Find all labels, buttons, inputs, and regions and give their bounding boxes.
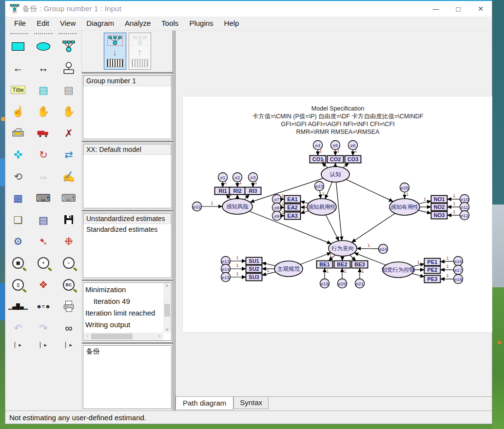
estimates-item[interactable]: Unstandardized estimates: [83, 213, 171, 224]
path-risk-RI3[interactable]: [244, 195, 249, 200]
view-input-path-diagram-button[interactable]: ↓: [104, 33, 126, 70]
view-output-path-diagram-button[interactable]: ↑: [129, 33, 151, 70]
scroll-page-button[interactable]: ⇔: [31, 166, 56, 187]
scroll-thumb[interactable]: [164, 304, 170, 317]
menu-edit[interactable]: Edit: [31, 17, 55, 30]
close-button[interactable]: ✕: [469, 1, 492, 16]
redo-button[interactable]: ↷: [31, 317, 56, 339]
scroll-right-arrow[interactable]: ›: [156, 334, 163, 338]
file-item[interactable]: 备份: [83, 346, 171, 357]
path-cog-CO1[interactable]: [322, 163, 328, 168]
tab-syntax[interactable]: Syntax: [233, 397, 269, 409]
object-properties-button[interactable]: ⚙: [5, 231, 31, 253]
log-vertical-scrollbar[interactable]: ˄ ˅: [163, 283, 171, 333]
path-intent-BE3[interactable]: [350, 255, 356, 261]
view-text-output-button[interactable]: ▤: [31, 209, 56, 231]
reflect-indicators-button[interactable]: ⇄: [56, 144, 81, 166]
scroll-down-arrow[interactable]: ˅: [163, 327, 171, 332]
specification-search-button[interactable]: ∞: [56, 317, 81, 339]
menu-file[interactable]: File: [9, 17, 31, 30]
save-diagram-button[interactable]: [56, 209, 81, 231]
draw-indicator-variable-button[interactable]: [56, 36, 81, 57]
path-norm-SU1[interactable]: [262, 263, 276, 266]
touch-up-button[interactable]: ✍: [56, 166, 81, 187]
observed-label-BE1: BE1: [319, 261, 330, 267]
path-ease-EA1[interactable]: [301, 201, 309, 203]
draw-unique-variable-button[interactable]: [56, 57, 81, 79]
scroll-left-arrow[interactable]: ‹: [84, 334, 91, 338]
erase-objects-button[interactable]: ✗: [56, 122, 81, 144]
minimize-button[interactable]: —: [425, 1, 447, 16]
path-weight-label: 1: [267, 268, 270, 273]
menu-tools[interactable]: Tools: [156, 17, 184, 30]
drag-properties-button[interactable]: ➷: [31, 231, 56, 253]
preserve-symmetries-icon: ❉: [64, 236, 73, 246]
draw-path-button[interactable]: ←: [5, 57, 31, 79]
menu-diagram[interactable]: Diagram: [81, 17, 119, 30]
move-parameter-values-button[interactable]: ✜: [5, 144, 31, 166]
panel-section-splitter[interactable]: [82, 140, 173, 143]
maximize-button[interactable]: □: [447, 1, 469, 16]
undo-button[interactable]: ↶: [5, 317, 31, 339]
draw-unobserved-variable-button[interactable]: [31, 36, 56, 57]
path-useful-intent[interactable]: [351, 213, 395, 242]
group-item[interactable]: Group number 1: [83, 75, 171, 86]
path-cog-CO3[interactable]: [343, 163, 349, 168]
path-cog-intent[interactable]: [336, 182, 342, 241]
bayesian-estimation-button[interactable]: ▁▄█▄▁: [5, 296, 31, 317]
move-objects-button[interactable]: [31, 122, 56, 144]
path-e16-PE1[interactable]: [441, 261, 454, 261]
zoom-in-button[interactable]: +: [31, 252, 56, 274]
calculate-estimates-button[interactable]: ⌨: [56, 187, 81, 209]
menu-view[interactable]: View: [55, 17, 81, 30]
model-item[interactable]: XX: Default model: [83, 144, 171, 155]
path-weight-label: 1: [354, 149, 357, 153]
zoom-whole-page-button[interactable]: ▯: [5, 274, 31, 296]
scroll-thumb[interactable]: [91, 334, 133, 339]
adjust-arrow-curvature-button[interactable]: ⟲: [5, 166, 31, 187]
duplicate-objects-button[interactable]: [5, 122, 31, 144]
path-cog-useful[interactable]: [346, 179, 393, 202]
menu-plugins[interactable]: Plugins: [184, 17, 218, 30]
preserve-symmetries-button[interactable]: ❉: [56, 231, 81, 253]
path-e24-intent[interactable]: [357, 248, 379, 249]
deselect-all-objects-icon: ✋: [62, 106, 75, 116]
path-control-PE1[interactable]: [412, 264, 424, 267]
draw-covariance-button[interactable]: ↔: [31, 57, 56, 79]
toolbox-expander[interactable]: ▏▸: [31, 342, 56, 348]
copy-to-clipboard-button[interactable]: ❏: [5, 209, 31, 231]
data-files-button[interactable]: ▦: [5, 187, 31, 209]
toolbox-expander[interactable]: ▏▸: [5, 342, 31, 348]
list-variables-in-model-button[interactable]: ▤: [31, 79, 56, 101]
analysis-properties-button[interactable]: ⌨: [31, 187, 56, 209]
draw-observed-variable-button[interactable]: [5, 36, 31, 57]
zoom-select-button[interactable]: ▦: [5, 252, 31, 274]
loupe-examine-button[interactable]: BC: [56, 274, 81, 296]
menu-help[interactable]: Help: [219, 17, 245, 30]
estimates-item[interactable]: Standardized estimates: [83, 224, 171, 235]
figure-caption-button[interactable]: Title: [5, 79, 31, 101]
select-all-objects-button[interactable]: ✋: [31, 101, 56, 123]
zoom-out-button[interactable]: −: [56, 252, 81, 274]
path-cog-ease[interactable]: [325, 182, 332, 199]
multiple-group-analysis-button[interactable]: ☻=☻: [31, 296, 56, 317]
scroll-up-arrow[interactable]: ˄: [163, 283, 171, 288]
rotate-indicators-button[interactable]: ↻: [31, 144, 56, 166]
panel-section-splitter[interactable]: [82, 342, 173, 344]
path-ease-intent[interactable]: [326, 215, 339, 241]
path-control-PE3[interactable]: [412, 274, 424, 277]
deselect-all-objects-button[interactable]: ✋: [56, 101, 81, 123]
menu-analyze[interactable]: Analyze: [119, 17, 156, 30]
panel-section-splitter[interactable]: [82, 279, 173, 281]
path-e23-ease[interactable]: [320, 190, 321, 199]
panel-section-splitter[interactable]: [82, 72, 173, 74]
tab-path-diagram[interactable]: Path diagram: [175, 397, 233, 410]
path-useful-NO3[interactable]: [418, 210, 431, 213]
log-horizontal-scrollbar[interactable]: ‹ ›: [83, 333, 163, 340]
print-button[interactable]: [56, 296, 81, 317]
toolbox-expander[interactable]: ▏▸: [56, 342, 81, 348]
list-variables-in-dataset-button[interactable]: ▤: [56, 79, 81, 101]
resize-to-fit-page-button[interactable]: ❖: [31, 274, 56, 296]
select-one-object-button[interactable]: ☝: [5, 101, 31, 123]
panel-section-splitter[interactable]: [82, 209, 173, 212]
